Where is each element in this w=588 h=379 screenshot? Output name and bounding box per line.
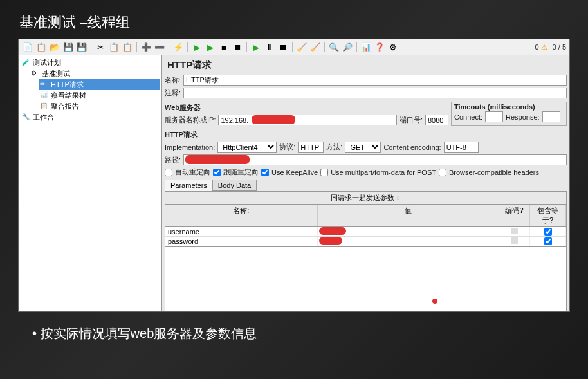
- tree-root[interactable]: 🧪测试计划: [21, 57, 160, 68]
- response-label: Response:: [506, 113, 540, 121]
- remove-icon[interactable]: ➖: [154, 41, 165, 53]
- gear-icon[interactable]: ⚙: [387, 41, 399, 53]
- proto-label: 协议:: [279, 142, 295, 152]
- remote-shutdown-icon[interactable]: ⏹: [277, 41, 289, 53]
- paste-icon[interactable]: 📋: [122, 41, 133, 53]
- saveall-icon[interactable]: 💾: [76, 41, 87, 53]
- separator: [136, 42, 137, 52]
- tree-http-request[interactable]: ✏HTTP请求: [39, 79, 160, 90]
- tabs: Parameters Body Data: [165, 180, 567, 191]
- help-icon[interactable]: ❓: [374, 41, 385, 53]
- httpreq-title: HTTP请求: [165, 130, 567, 140]
- redacted-path: [185, 155, 250, 164]
- stop-icon[interactable]: ■: [218, 41, 230, 53]
- impl-label: Implementation:: [165, 143, 215, 151]
- toggle-icon[interactable]: ⚡: [172, 41, 184, 53]
- col-inc: 包含等于?: [530, 205, 566, 226]
- response-input[interactable]: [542, 111, 560, 122]
- pipette-icon: ✏: [40, 80, 49, 89]
- remote-start-icon[interactable]: ▶: [250, 41, 262, 53]
- search-reset-icon[interactable]: 🔎: [342, 41, 353, 53]
- server-input[interactable]: [218, 115, 396, 125]
- include-check[interactable]: [544, 237, 552, 245]
- keepalive-check[interactable]: [261, 169, 269, 176]
- name-label: 名称:: [165, 75, 181, 85]
- keepalive-label: Use KeepAlive: [271, 169, 318, 176]
- tree-threadgroup[interactable]: ⚙基准测试: [30, 68, 160, 79]
- follow-redirect-check[interactable]: [213, 169, 221, 176]
- slide-bullet: • 按实际情况填写web服务器及参数信息: [0, 312, 588, 355]
- auto-redirect-label: 自动重定向: [175, 167, 210, 177]
- copy-icon[interactable]: 📋: [108, 41, 120, 53]
- results-icon: 📊: [40, 91, 49, 100]
- separator: [356, 42, 357, 52]
- separator: [292, 42, 293, 52]
- panel-title: HTTP请求: [165, 58, 567, 73]
- method-label: 方法:: [326, 142, 342, 152]
- multipart-check[interactable]: [320, 169, 328, 176]
- separator: [246, 42, 247, 52]
- follow-redirect-label: 跟随重定向: [223, 167, 259, 177]
- warn-count: 0 ⚠: [535, 43, 547, 51]
- table-body-empty: [165, 247, 567, 311]
- table-row[interactable]: password: [165, 237, 566, 246]
- connect-input[interactable]: [485, 111, 503, 122]
- comment-input[interactable]: [183, 88, 567, 98]
- method-select[interactable]: GET: [345, 142, 381, 153]
- start-icon[interactable]: ▶: [191, 41, 203, 53]
- name-input[interactable]: [183, 75, 567, 86]
- tree-panel[interactable]: 🧪测试计划 ⚙基准测试 ✏HTTP请求 📊察看结果树 📋聚合报告 🔧工作台: [19, 55, 162, 311]
- redacted-value: [319, 227, 346, 235]
- toolbar: 📄 📋 📂 💾 💾 ✂ 📋 📋 ➕ ➖ ⚡ ▶ ▶ ■ ⏹ ▶ ⏸ ⏹ 🧹 🧹 …: [19, 39, 569, 55]
- connect-label: Connect:: [454, 113, 482, 121]
- separator: [187, 42, 188, 52]
- tab-body-data[interactable]: Body Data: [212, 180, 257, 191]
- comment-label: 注释:: [165, 88, 181, 98]
- search-icon[interactable]: 🔍: [328, 41, 340, 53]
- param-table: 同请求一起发送参数： 名称: 值 编码? 包含等于? username pass…: [165, 191, 567, 247]
- separator: [169, 42, 169, 52]
- shutdown-icon[interactable]: ⏹: [232, 41, 243, 53]
- col-value: 值: [318, 205, 499, 226]
- impl-select[interactable]: HttpClient4: [217, 142, 277, 153]
- tab-parameters[interactable]: Parameters: [165, 180, 213, 191]
- remote-stop-icon[interactable]: ⏸: [264, 41, 275, 53]
- new-icon[interactable]: 📄: [22, 41, 33, 53]
- templates-icon[interactable]: 📋: [35, 41, 47, 53]
- enc-input[interactable]: [444, 142, 479, 153]
- browser-compat-check[interactable]: [439, 169, 446, 176]
- tree-view-results[interactable]: 📊察看结果树: [39, 90, 160, 101]
- function-icon[interactable]: 📊: [360, 41, 372, 53]
- add-icon[interactable]: ➕: [140, 41, 152, 53]
- save-icon[interactable]: 💾: [62, 41, 74, 53]
- table-title: 同请求一起发送参数：: [165, 192, 566, 205]
- server-label: 服务器名称或IP:: [165, 115, 216, 125]
- proto-input[interactable]: [298, 142, 324, 153]
- cut-icon[interactable]: ✂: [95, 41, 106, 53]
- start-notimers-icon[interactable]: ▶: [205, 41, 216, 53]
- gear-icon: ⚙: [31, 69, 40, 79]
- port-input[interactable]: [425, 115, 448, 125]
- tree-aggregate-report[interactable]: 📋聚合报告: [39, 101, 160, 112]
- auto-redirect-check[interactable]: [165, 169, 172, 176]
- redacted-value: [319, 237, 342, 245]
- clearall-icon[interactable]: 🧹: [309, 41, 321, 53]
- jmeter-window: 📄 📋 📂 💾 💾 ✂ 📋 📋 ➕ ➖ ⚡ ▶ ▶ ■ ⏹ ▶ ⏸ ⏹ 🧹 🧹 …: [18, 39, 570, 312]
- report-icon: 📋: [40, 102, 49, 111]
- clear-icon[interactable]: 🧹: [296, 41, 308, 53]
- redacted-server: [252, 115, 295, 124]
- table-row[interactable]: username: [165, 227, 566, 237]
- webserver-title: Web服务器: [165, 103, 448, 113]
- open-icon[interactable]: 📂: [49, 41, 60, 53]
- content-panel: HTTP请求 名称: 注释: Web服务器 服务器名称或IP:: [162, 55, 569, 311]
- flask-icon: 🧪: [22, 59, 31, 68]
- tree-workbench[interactable]: 🔧工作台: [21, 112, 160, 123]
- main-area: 🧪测试计划 ⚙基准测试 ✏HTTP请求 📊察看结果树 📋聚合报告 🔧工作台 HT…: [19, 55, 569, 311]
- multipart-label: Use multipart/form-data for POST: [331, 169, 436, 176]
- red-dot: [432, 299, 437, 304]
- enc-label: Content encoding:: [383, 143, 441, 151]
- include-check[interactable]: [544, 228, 552, 236]
- col-name: 名称:: [165, 205, 318, 226]
- timeouts-title: Timeouts (milliseconds): [454, 103, 564, 111]
- col-enc: 编码?: [499, 205, 530, 226]
